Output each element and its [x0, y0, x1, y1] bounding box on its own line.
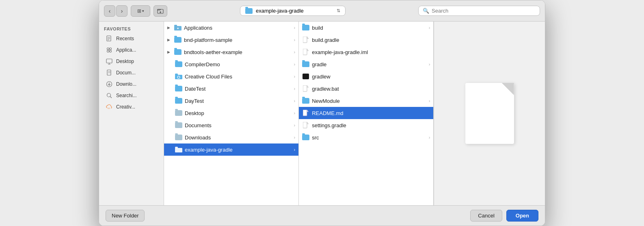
svg-point-8 [110, 48, 112, 50]
sidebar-item-recents[interactable]: Recents [101, 33, 162, 44]
file-item-left: DateTest [167, 85, 292, 92]
forward-button[interactable]: › [116, 5, 128, 17]
new-folder-toolbar-button[interactable] [153, 5, 167, 17]
list-item[interactable]: settings.gradle [299, 119, 433, 131]
folder-icon [175, 122, 182, 128]
svg-rect-23 [174, 25, 177, 26]
sidebar-item-desktop[interactable]: Desktop [101, 56, 162, 67]
chevron-right-icon: › [294, 62, 296, 67]
file-item-left: Documents [167, 122, 292, 128]
favorites-title: Favorites [99, 25, 164, 33]
list-item[interactable]: Downloads › [164, 131, 298, 143]
file-doc-icon [302, 37, 309, 43]
preview-doc-corner [502, 83, 514, 95]
list-item[interactable]: build › [299, 22, 433, 34]
back-button[interactable]: ‹ [104, 5, 115, 17]
file-name: example-java-gradle.iml [312, 49, 368, 55]
svg-rect-26 [175, 74, 178, 75]
sidebar-label-searching: Searchi... [116, 93, 137, 98]
chevron-right-icon: › [294, 74, 296, 79]
folder-icon [175, 61, 182, 67]
file-item-left: gradle [302, 61, 426, 67]
folder-icon [174, 37, 182, 43]
svg-rect-30 [303, 37, 307, 43]
new-folder-button[interactable]: New Folder [106, 210, 145, 222]
chevron-right-icon: › [294, 111, 296, 115]
list-item[interactable]: ▶ ★ Applications › [164, 22, 298, 34]
location-bar: example-java-gradle ⇅ [171, 6, 415, 16]
svg-rect-34 [303, 85, 307, 91]
svg-marker-37 [307, 110, 309, 112]
cancel-button[interactable]: Cancel [470, 210, 502, 222]
list-item[interactable]: Documents › [164, 119, 298, 131]
svg-point-10 [110, 50, 112, 52]
file-name: Creative Cloud Files [185, 74, 232, 80]
list-item[interactable]: build.gradle [299, 34, 433, 46]
file-area: ▶ ★ Applications › ▶ bnd-platform-sample [164, 22, 545, 205]
file-name: src [312, 135, 319, 141]
list-item[interactable]: README.md [299, 107, 433, 119]
view-toggle-button[interactable]: ⊞ ▾ [131, 5, 150, 17]
search-input[interactable] [432, 8, 536, 14]
location-name: example-java-gradle [256, 8, 304, 14]
file-doc-icon [302, 49, 309, 55]
folder-icon [175, 146, 182, 153]
folder-icon [175, 134, 182, 141]
svg-point-7 [107, 48, 109, 50]
list-item[interactable]: Creative Cloud Files › [164, 70, 298, 83]
file-name: bndtools-aether-example [184, 49, 242, 55]
file-item-left: build.gradle [302, 37, 430, 43]
toolbar: ‹ › ⊞ ▾ example-java-gradle ⇅ [99, 0, 545, 22]
list-item[interactable]: ▶ bnd-platform-sample › [164, 34, 298, 46]
file-name: Desktop [185, 110, 204, 116]
folder-icon [175, 73, 182, 80]
file-doc-icon [302, 110, 309, 116]
svg-text:cc: cc [108, 107, 110, 109]
sidebar-item-creative[interactable]: cc Creativ... [101, 101, 162, 113]
list-item[interactable]: gradlew [299, 70, 433, 83]
list-item[interactable]: CompilerDemo › [164, 58, 298, 70]
location-pill[interactable]: example-java-gradle ⇅ [240, 6, 346, 16]
file-item-left: src [302, 134, 426, 141]
file-name: example-java-gradle [185, 147, 233, 153]
file-name: gradlew.bat [312, 86, 339, 92]
folder-icon [302, 61, 309, 67]
chevron-right-icon: › [294, 147, 296, 152]
bottom-right-actions: Cancel Open [470, 210, 538, 222]
nav-buttons: ‹ › [104, 5, 128, 17]
svg-marker-35 [307, 85, 309, 87]
list-item[interactable]: Desktop › [164, 107, 298, 119]
list-item[interactable]: DateTest › [164, 83, 298, 95]
folder-icon [175, 85, 182, 92]
list-item[interactable]: src › [299, 131, 433, 143]
list-item[interactable]: gradlew.bat [299, 83, 433, 95]
list-item[interactable]: gradle › [299, 58, 433, 70]
sidebar-label-creative: Creativ... [116, 104, 135, 110]
recents-icon [106, 35, 113, 42]
open-button[interactable]: Open [506, 210, 538, 222]
chevron-right-icon: › [294, 98, 296, 103]
file-name: NewModule [312, 98, 340, 104]
sidebar-item-searching[interactable]: Searchi... [101, 90, 162, 101]
list-item[interactable]: example-java-gradle › [164, 143, 298, 156]
documents-icon [106, 69, 113, 76]
list-item[interactable]: DayTest › [164, 95, 298, 107]
file-name: Downloads [185, 135, 211, 141]
search-bar[interactable]: 🔍 [418, 6, 540, 16]
list-item[interactable]: example-java-gradle.iml [299, 46, 433, 58]
file-column-2: build › build.gradle [299, 22, 434, 205]
gradlew-file-icon [303, 74, 309, 79]
file-item-left: CompilerDemo [167, 61, 292, 67]
svg-rect-38 [303, 122, 307, 128]
file-name: CompilerDemo [185, 61, 220, 67]
svg-marker-33 [307, 49, 309, 51]
folder-icon [302, 134, 309, 141]
file-item-left: example-java-gradle.iml [302, 49, 430, 55]
list-item[interactable]: NewModule › [299, 95, 433, 107]
file-item-left: ▶ bndtools-aether-example [167, 49, 292, 55]
sidebar-item-documents[interactable]: Docum... [101, 67, 162, 78]
file-name: DayTest [185, 98, 204, 104]
list-item[interactable]: ▶ bndtools-aether-example › [164, 46, 298, 58]
sidebar-item-applications[interactable]: Applica... [101, 44, 162, 56]
sidebar-item-downloads[interactable]: Downlo... [101, 78, 162, 90]
